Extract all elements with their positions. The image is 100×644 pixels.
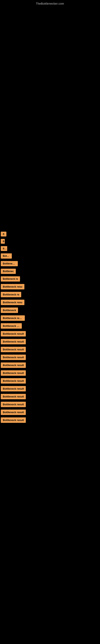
- result-item-4[interactable]: Bottlen: [0, 253, 100, 260]
- result-badge-10: Bottleneck resu: [1, 300, 24, 305]
- result-item-2[interactable]: B: [0, 239, 100, 244]
- result-item-1[interactable]: B: [0, 232, 100, 237]
- result-badge-21: Bottleneck result: [1, 386, 26, 392]
- result-item-9[interactable]: Bottleneck re: [0, 292, 100, 298]
- result-badge-6: Bottlenec: [1, 269, 16, 274]
- result-badge-24: Bottleneck result: [1, 410, 26, 415]
- result-badge-2: B: [1, 239, 5, 244]
- results-list: BBBoBottlenBottleneck rBottlenecBottlene…: [0, 232, 100, 424]
- result-item-16[interactable]: Bottleneck result: [0, 347, 100, 353]
- result-item-21[interactable]: Bottleneck result: [0, 386, 100, 392]
- result-item-24[interactable]: Bottleneck result: [0, 410, 100, 416]
- result-item-17[interactable]: Bottleneck result: [0, 354, 100, 361]
- result-badge-11: Bottleneck: [1, 308, 18, 313]
- site-title: TheBottlenecker.com: [0, 0, 100, 6]
- result-badge-17: Bottleneck result: [1, 354, 26, 360]
- result-item-11[interactable]: Bottleneck: [0, 308, 100, 314]
- result-badge-13: Bottleneck res: [1, 323, 22, 329]
- result-item-25[interactable]: Bottleneck result: [0, 418, 100, 424]
- result-item-22[interactable]: Bottleneck result: [0, 394, 100, 400]
- result-item-10[interactable]: Bottleneck resu: [0, 300, 100, 306]
- result-item-7[interactable]: Bottleneck re: [0, 276, 100, 282]
- result-item-19[interactable]: Bottleneck result: [0, 370, 100, 376]
- result-badge-1: B: [1, 232, 6, 236]
- result-badge-3: Bo: [1, 246, 7, 251]
- result-badge-25: Bottleneck result: [1, 418, 26, 423]
- chart-area: [0, 6, 100, 119]
- result-badge-15: Bottleneck result: [1, 339, 26, 344]
- result-badge-16: Bottleneck result: [1, 347, 26, 352]
- result-badge-8: Bottleneck resu: [1, 284, 24, 290]
- result-item-12[interactable]: Bottleneck result: [0, 315, 100, 322]
- result-item-5[interactable]: Bottleneck r: [0, 261, 100, 267]
- result-item-6[interactable]: Bottlenec: [0, 269, 100, 275]
- result-item-18[interactable]: Bottleneck result: [0, 362, 100, 369]
- result-badge-9: Bottleneck re: [1, 292, 21, 297]
- result-badge-22: Bottleneck result: [1, 394, 26, 399]
- result-badge-4: Bottlen: [1, 253, 12, 258]
- result-badge-12: Bottleneck result: [1, 315, 25, 321]
- result-item-23[interactable]: Bottleneck result: [0, 402, 100, 408]
- result-badge-7: Bottleneck re: [1, 276, 20, 282]
- result-item-8[interactable]: Bottleneck resu: [0, 284, 100, 290]
- result-item-14[interactable]: Bottleneck result: [0, 331, 100, 337]
- site-title-bar: TheBottlenecker.com: [0, 0, 100, 6]
- result-badge-20: Bottleneck result: [1, 378, 26, 384]
- result-item-20[interactable]: Bottleneck result: [0, 378, 100, 384]
- result-badge-5: Bottleneck r: [1, 261, 18, 266]
- result-badge-23: Bottleneck result: [1, 402, 26, 407]
- result-item-15[interactable]: Bottleneck result: [0, 339, 100, 345]
- result-item-3[interactable]: Bo: [0, 246, 100, 252]
- result-badge-18: Bottleneck result: [1, 362, 26, 368]
- result-badge-14: Bottleneck result: [1, 331, 26, 336]
- result-badge-19: Bottleneck result: [1, 370, 26, 376]
- result-item-13[interactable]: Bottleneck res: [0, 323, 100, 330]
